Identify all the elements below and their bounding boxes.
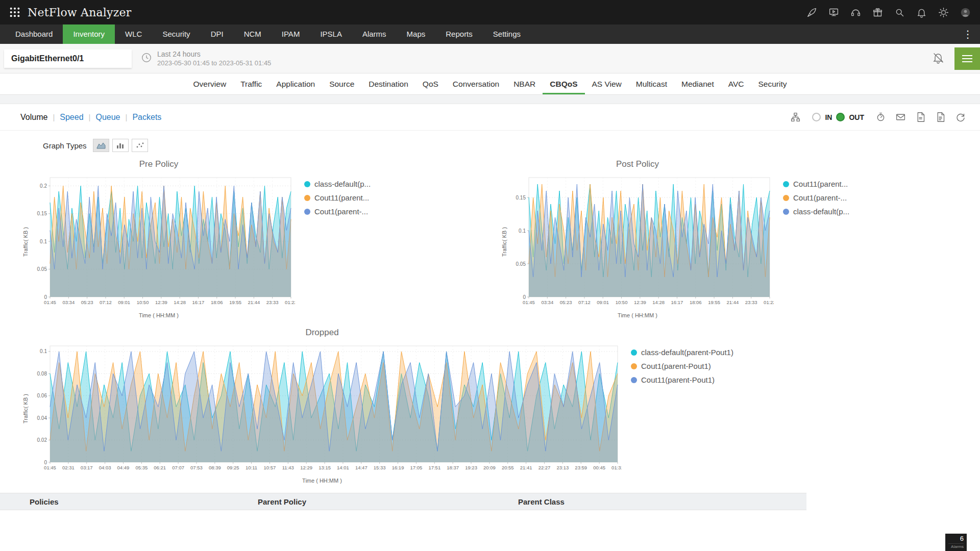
nav-item-alarms[interactable]: Alarms <box>352 24 397 44</box>
tab-multicast[interactable]: Multicast <box>629 73 674 94</box>
legend-item[interactable]: class-default(parent-Pout1) <box>631 348 733 357</box>
legend-item[interactable]: Cout11(parent... <box>304 193 371 202</box>
tab-conversation[interactable]: Conversation <box>446 73 506 94</box>
legend-item[interactable]: Cout11(parent... <box>783 180 849 188</box>
legend-item[interactable]: class-default(p... <box>783 207 849 216</box>
interface-selector[interactable]: GigabitEthernet0/1 <box>4 49 132 68</box>
tab-cbqos[interactable]: CBQoS <box>543 73 584 94</box>
view-separator: | <box>126 113 128 121</box>
alarm-mute-icon[interactable] <box>932 52 944 66</box>
user-avatar-icon[interactable] <box>960 7 971 18</box>
legend-color-dot <box>304 181 310 187</box>
tab-qos[interactable]: QoS <box>415 73 446 94</box>
post-policy-plot[interactable]: 00.050.10.1501:4503:3405:2307:1209:0110:… <box>508 172 774 311</box>
clock-icon <box>141 52 152 65</box>
main-nav: DashboardInventoryWLCSecurityDPINCMIPAMI… <box>0 24 980 44</box>
legend-item[interactable]: Cout1(parent-... <box>304 207 371 216</box>
graph-type-area-button[interactable] <box>93 139 109 152</box>
interface-tabs: OverviewTrafficApplicationSourceDestinat… <box>0 73 980 95</box>
refresh-icon[interactable] <box>955 112 966 122</box>
alarms-badge[interactable]: 6 Alarms <box>945 534 967 551</box>
nav-item-inventory[interactable]: Inventory <box>63 24 115 44</box>
notifications-bell-icon[interactable] <box>916 7 927 18</box>
support-headset-icon[interactable] <box>850 7 861 18</box>
legend-item[interactable]: class-default(p... <box>304 180 371 188</box>
tab-as-view[interactable]: AS View <box>585 73 629 94</box>
time-period-selector[interactable]: Last 24 hours 2023-05-30 01:45 to 2023-0… <box>141 50 271 67</box>
svg-text:18:37: 18:37 <box>447 465 459 470</box>
post-policy-xlabel: Time ( HH:MM ) <box>501 311 774 318</box>
nav-item-dpi[interactable]: DPI <box>201 24 234 44</box>
post-policy-title: Post Policy <box>501 159 774 172</box>
nav-item-ipam[interactable]: IPAM <box>272 24 310 44</box>
svg-text:12:29: 12:29 <box>300 465 312 470</box>
legend-label: Cout11(parent... <box>793 180 848 188</box>
nav-item-ipsla[interactable]: IPSLA <box>310 24 352 44</box>
legend-item[interactable]: Cout1(parent-Pout1) <box>631 362 733 370</box>
nav-item-ncm[interactable]: NCM <box>234 24 272 44</box>
nav-kebab-icon[interactable]: ⋮ <box>955 24 980 44</box>
column-header-policies: Policies <box>0 497 258 506</box>
getting-started-rocket-icon[interactable] <box>806 7 817 18</box>
svg-text:11:43: 11:43 <box>282 465 294 470</box>
svg-text:07:53: 07:53 <box>190 465 203 470</box>
svg-text:06:21: 06:21 <box>154 465 166 470</box>
dropped-title: Dropped <box>22 328 622 341</box>
demo-screen-icon[interactable] <box>828 7 839 18</box>
view-link-speed[interactable]: Speed <box>60 113 83 122</box>
graph-types-row: Graph Types <box>0 131 980 152</box>
svg-text:16:19: 16:19 <box>392 465 404 470</box>
settings-gear-icon[interactable] <box>938 7 949 18</box>
svg-text:00:45: 00:45 <box>593 465 605 470</box>
out-label: OUT <box>849 113 864 121</box>
hierarchy-tree-icon[interactable] <box>790 112 801 122</box>
nav-item-reports[interactable]: Reports <box>435 24 483 44</box>
search-icon[interactable] <box>894 7 905 18</box>
email-icon[interactable] <box>895 112 906 122</box>
out-radio[interactable] <box>836 113 845 121</box>
tab-medianet[interactable]: Medianet <box>674 73 721 94</box>
tab-application[interactable]: Application <box>269 73 322 94</box>
legend-item[interactable]: Cout11(parent-Pout1) <box>631 375 733 384</box>
view-link-queue[interactable]: Queue <box>95 113 120 122</box>
app-title: NetFlow Analyzer <box>28 6 131 19</box>
nav-item-settings[interactable]: Settings <box>483 24 531 44</box>
tab-destination[interactable]: Destination <box>361 73 415 94</box>
rewards-gift-icon[interactable] <box>872 7 883 18</box>
svg-text:0: 0 <box>523 294 526 300</box>
tab-security[interactable]: Security <box>751 73 794 94</box>
svg-text:15:33: 15:33 <box>374 465 386 470</box>
tab-nbar[interactable]: NBAR <box>506 73 543 94</box>
side-panel-menu-button[interactable] <box>954 47 980 70</box>
tab-avc[interactable]: AVC <box>721 73 751 94</box>
svg-text:01:45: 01:45 <box>523 299 535 305</box>
view-link-volume[interactable]: Volume <box>20 113 47 122</box>
pre-policy-plot[interactable]: 00.050.10.150.201:4503:3405:2307:1209:01… <box>30 172 295 311</box>
nav-item-maps[interactable]: Maps <box>397 24 436 44</box>
tab-source[interactable]: Source <box>322 73 361 94</box>
svg-text:01:45: 01:45 <box>44 465 56 470</box>
legend-item[interactable]: Cout1(parent-... <box>783 193 849 202</box>
period-range: 2023-05-30 01:45 to 2023-05-31 01:45 <box>157 59 271 67</box>
graph-type-bar-button[interactable] <box>112 139 129 152</box>
view-link-packets[interactable]: Packets <box>132 113 161 122</box>
export-pdf-icon[interactable] <box>915 112 926 122</box>
period-text: Last 24 hours 2023-05-30 01:45 to 2023-0… <box>157 50 271 67</box>
export-csv-icon[interactable] <box>935 112 946 122</box>
in-radio[interactable] <box>812 113 821 121</box>
nav-item-wlc[interactable]: WLC <box>115 24 152 44</box>
tab-traffic[interactable]: Traffic <box>233 73 269 94</box>
nav-item-dashboard[interactable]: Dashboard <box>5 24 63 44</box>
svg-text:21:44: 21:44 <box>726 299 739 305</box>
legend-label: class-default(p... <box>314 180 371 188</box>
graph-type-scatter-button[interactable] <box>132 139 148 152</box>
top-charts-row: Pre Policy Traffic( KB ) 00.050.10.150.2… <box>0 159 980 318</box>
app-grid-icon[interactable] <box>9 7 20 18</box>
svg-text:18:06: 18:06 <box>211 299 223 305</box>
legend-label: Cout1(parent-... <box>314 207 368 216</box>
tab-overview[interactable]: Overview <box>186 73 234 94</box>
schedule-timer-icon[interactable] <box>875 112 886 122</box>
pre-policy-title: Pre Policy <box>22 159 295 172</box>
dropped-plot[interactable]: 00.020.040.060.080.101:4502:3103:1704:03… <box>30 341 622 477</box>
nav-item-security[interactable]: Security <box>152 24 200 44</box>
